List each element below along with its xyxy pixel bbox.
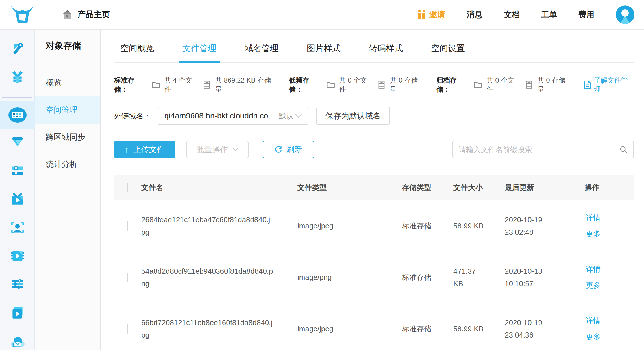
row-checkbox[interactable] bbox=[127, 221, 128, 231]
cell-file-size: 471.37 KB bbox=[453, 265, 486, 290]
detail-link[interactable]: 详情 bbox=[586, 213, 634, 223]
search-input[interactable] bbox=[459, 145, 619, 154]
tab-image-styles[interactable]: 图片样式 bbox=[306, 39, 341, 62]
table-header-row: 文件名 文件类型 存储类型 文件大小 最后更新 操作 bbox=[114, 175, 634, 200]
sliders-icon[interactable] bbox=[0, 271, 35, 298]
user-avatar[interactable] bbox=[616, 5, 634, 24]
sidenav-item-overview[interactable]: 概览 bbox=[35, 69, 100, 96]
refresh-button[interactable]: 刷新 bbox=[263, 141, 314, 158]
invite-label: 邀请 bbox=[429, 9, 445, 20]
cell-file-type: image/png bbox=[297, 273, 402, 282]
tab-file-management[interactable]: 文件管理 bbox=[182, 39, 217, 62]
cell-file-size: 58.99 KB bbox=[453, 220, 486, 232]
tab-domain-management[interactable]: 域名管理 bbox=[244, 39, 279, 62]
table-row: 2684feae121c11eba47c60f81da8d840.jpg ima… bbox=[114, 200, 634, 252]
cell-storage-type: 标准存储 bbox=[402, 221, 453, 231]
learn-file-management-link[interactable]: 了解文件管理 bbox=[584, 76, 634, 94]
row-checkbox[interactable] bbox=[127, 324, 128, 334]
sidebar-divider bbox=[2, 97, 32, 98]
file-toolbar: ↑ 上传文件 批量操作 刷新 bbox=[114, 141, 634, 158]
film-play-icon[interactable] bbox=[0, 242, 35, 269]
cell-last-updated: 2020-10-13 10:10:57 bbox=[505, 265, 553, 290]
cell-storage-type: 标准存储 bbox=[402, 324, 453, 334]
tab-space-settings[interactable]: 空间设置 bbox=[430, 39, 465, 62]
product-home-link[interactable]: 产品主页 bbox=[62, 9, 110, 20]
sidenav-item-cross-region-sync[interactable]: 跨区域同步 bbox=[35, 124, 100, 151]
sidenav-item-space-management[interactable]: 空间管理 bbox=[35, 96, 100, 124]
folder-icon bbox=[327, 81, 335, 89]
external-domain-row: 外链域名： qi4am9608.hn-bkt.clouddn.co… 默认 保存… bbox=[114, 107, 634, 125]
cell-actions: 详情 更多 bbox=[585, 213, 634, 239]
stat-file-count: 共 4 个文件 bbox=[164, 76, 198, 94]
updated-date: 2020-10-13 bbox=[505, 265, 553, 277]
app-root: 产品主页 邀请 消息 文档 工单 费用 bbox=[0, 0, 644, 350]
cell-last-updated: 2020-10-19 23:02:48 bbox=[505, 213, 553, 238]
detail-link[interactable]: 详情 bbox=[586, 316, 634, 326]
main-content: 空间概览 文件管理 域名管理 图片样式 转码样式 空间设置 标准存储： 共 4 … bbox=[101, 30, 644, 350]
col-header-actions: 操作 bbox=[585, 183, 634, 193]
stat-storage-size: 共 0 存储量 bbox=[538, 76, 571, 94]
yen-finance-icon[interactable] bbox=[0, 64, 35, 91]
tab-space-overview[interactable]: 空间概览 bbox=[120, 39, 155, 62]
upload-file-button[interactable]: ↑ 上传文件 bbox=[114, 141, 175, 158]
page-body: 对象存储 概览 空间管理 跨区域同步 统计分析 空间概览 文件管理 域名管理 图… bbox=[0, 30, 644, 350]
stat-label: 低频存储： bbox=[289, 76, 322, 94]
col-header-file-name: 文件名 bbox=[141, 183, 297, 193]
search-icon[interactable] bbox=[619, 145, 628, 154]
r-logo-icon[interactable] bbox=[0, 35, 35, 62]
gift-icon bbox=[417, 10, 426, 19]
updated-date: 2020-10-19 bbox=[505, 213, 553, 226]
server-dots-icon[interactable] bbox=[0, 157, 35, 185]
video-stack-icon[interactable] bbox=[0, 299, 35, 327]
nav-messages[interactable]: 消息 bbox=[467, 9, 482, 20]
stat-infrequent-storage: 低频存储： 共 0 个文件 共 0 存储量 bbox=[289, 76, 424, 94]
updated-time: 23:04:36 bbox=[505, 329, 553, 341]
select-all-checkbox[interactable] bbox=[127, 183, 128, 192]
upload-label: 上传文件 bbox=[133, 144, 165, 155]
cell-last-updated: 2020-10-19 23:04:36 bbox=[505, 316, 553, 341]
batch-label: 批量操作 bbox=[196, 144, 228, 155]
home-icon bbox=[62, 10, 72, 20]
more-link[interactable]: 更多 bbox=[586, 332, 634, 342]
row-checkbox[interactable] bbox=[127, 273, 128, 282]
storage-grid-icon[interactable] bbox=[0, 101, 35, 129]
qiniu-bull-logo-icon[interactable] bbox=[10, 5, 34, 25]
cell-storage-type: 标准存储 bbox=[402, 273, 453, 282]
stat-label: 标准存储： bbox=[114, 76, 147, 94]
cell-file-size: 58.99 KB bbox=[453, 323, 486, 335]
nav-docs[interactable]: 文档 bbox=[504, 9, 520, 20]
stat-archive-storage: 归档存储： 共 0 个文件 共 0 存储量 bbox=[436, 76, 571, 94]
nav-tickets[interactable]: 工单 bbox=[541, 9, 557, 20]
tab-transcode-styles[interactable]: 转码样式 bbox=[368, 39, 403, 62]
col-header-file-type: 文件类型 bbox=[297, 183, 402, 193]
folder-icon bbox=[152, 81, 160, 89]
chevron-down-icon bbox=[295, 114, 302, 118]
more-link[interactable]: 更多 bbox=[586, 280, 634, 290]
learn-link-label: 了解文件管理 bbox=[594, 76, 634, 94]
save-default-domain-button[interactable]: 保存为默认域名 bbox=[316, 107, 390, 125]
tv-live-icon[interactable] bbox=[0, 186, 35, 213]
main-panel: 空间概览 文件管理 域名管理 图片样式 转码样式 空间设置 标准存储： 共 4 … bbox=[101, 30, 644, 350]
stat-standard-storage: 标准存储： 共 4 个文件 共 869.22 KB 存储量 bbox=[114, 76, 277, 94]
batch-actions-dropdown[interactable]: 批量操作 bbox=[186, 141, 249, 158]
bucket-tabs: 空间概览 文件管理 域名管理 图片样式 转码样式 空间设置 bbox=[114, 39, 634, 63]
external-domain-label: 外链域名： bbox=[114, 111, 151, 121]
face-recognition-icon[interactable] bbox=[0, 214, 35, 241]
nav-billing[interactable]: 费用 bbox=[578, 9, 594, 20]
cell-file-name: 2684feae121c11eba47c60f81da8d840.jpg bbox=[141, 213, 274, 238]
invite-button[interactable]: 邀请 bbox=[417, 9, 445, 20]
external-domain-select[interactable]: qi4am9608.hn-bkt.clouddn.co… 默认 bbox=[158, 107, 308, 125]
sidenav-item-statistics[interactable]: 统计分析 bbox=[35, 151, 100, 178]
file-table: 文件名 文件类型 存储类型 文件大小 最后更新 操作 2684feae121c1… bbox=[114, 175, 634, 350]
detail-link[interactable]: 详情 bbox=[586, 264, 634, 274]
sidenav-menu: 概览 空间管理 跨区域同步 统计分析 bbox=[35, 69, 100, 178]
cloud-mail-icon[interactable] bbox=[0, 328, 35, 350]
storage-stats-bar: 标准存储： 共 4 个文件 共 869.22 KB 存储量 低频存储： 共 0 … bbox=[114, 76, 634, 94]
upload-arrow-icon: ↑ bbox=[125, 145, 129, 154]
file-search-box bbox=[452, 141, 634, 158]
more-link[interactable]: 更多 bbox=[586, 229, 634, 239]
cell-file-type: image/jpeg bbox=[297, 325, 402, 333]
updated-time: 10:10:57 bbox=[505, 277, 553, 290]
funnel-cdn-icon[interactable] bbox=[0, 129, 35, 156]
product-home-label: 产品主页 bbox=[77, 9, 110, 20]
